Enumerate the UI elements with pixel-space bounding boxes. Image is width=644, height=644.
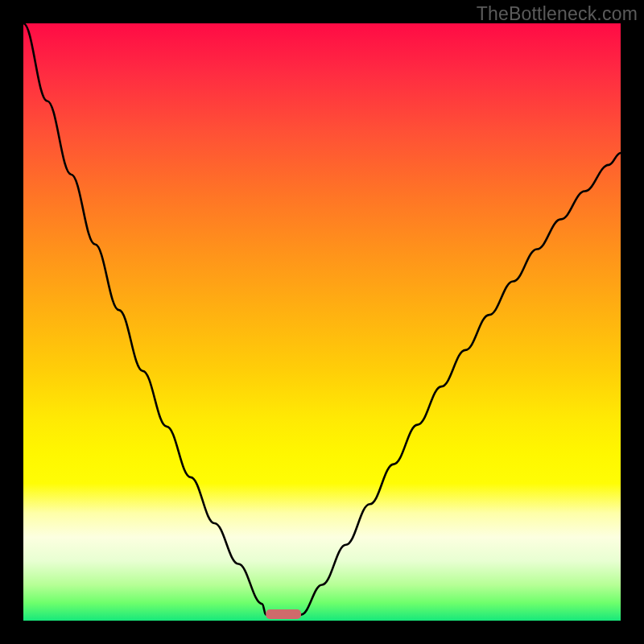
- curve-left-branch: [23, 23, 266, 615]
- watermark-text: TheBottleneck.com: [477, 3, 638, 25]
- curve-right-branch: [301, 153, 621, 615]
- chart-svg: [23, 23, 621, 621]
- curve-group: [23, 23, 621, 615]
- minimum-marker: [266, 609, 301, 619]
- plot-area: [23, 23, 621, 621]
- chart-frame: TheBottleneck.com: [0, 0, 644, 644]
